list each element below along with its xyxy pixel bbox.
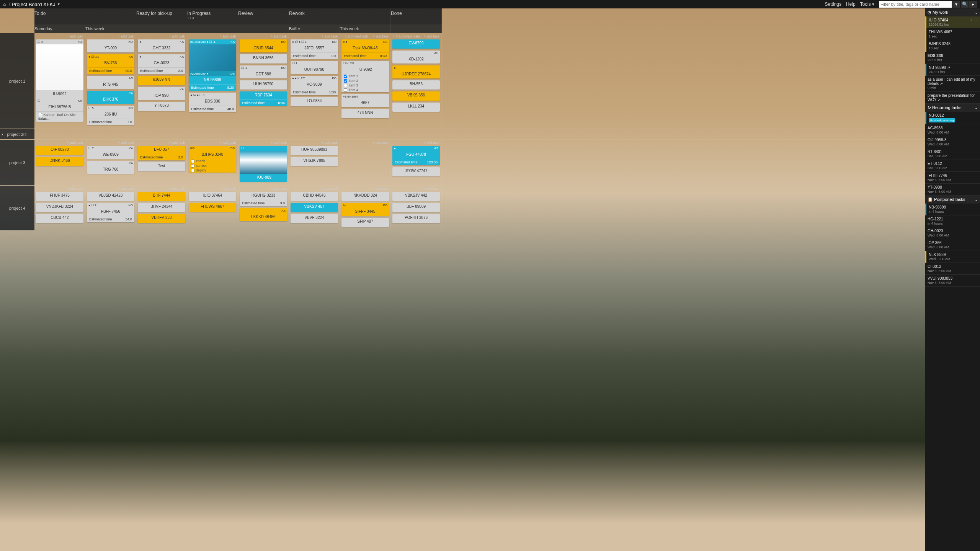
sidebar-item[interactable]: NB-98898 ↗242:21 hrs [925, 64, 980, 76]
card[interactable]: ☐HUU-989 [240, 146, 287, 182]
card[interactable]: BBF 89089 [392, 203, 440, 212]
add-task-button[interactable]: + add task [220, 141, 236, 145]
add-task-button[interactable]: + add task [372, 141, 389, 145]
card[interactable]: ●KAGHE 3332 [138, 39, 185, 52]
sidebar-item[interactable]: NB-98898in 4 hours [925, 204, 980, 215]
sidebar-item[interactable]: prepare the presentation for WCY ↗ [925, 92, 980, 104]
sidebar-item[interactable]: NLK 8889Wed, 6:00 AM [925, 251, 980, 263]
card[interactable]: VNDJKFB 3224 [36, 203, 83, 212]
card[interactable]: BNNN 3656 [240, 54, 287, 64]
card[interactable]: ● 🏷 ● ☐ 1EDS 336Estimated time40.0 [189, 93, 236, 112]
card[interactable]: VHSJK 7895 [291, 157, 338, 166]
add-task-button[interactable]: + add task [271, 141, 287, 145]
card[interactable]: ● 🏷 ● ☐ 1KOJJFOI 3557Estimated time1:0 [291, 39, 338, 59]
card[interactable]: KAIOP 990 [138, 87, 185, 100]
card[interactable]: ☐ ☑ 2/4IU-9092item 1item 2item 3item 4 [341, 61, 389, 92]
swimlane-p3[interactable]: project 3 [0, 140, 34, 185]
card-checklist-item[interactable]: item 1 [341, 74, 389, 78]
sidebar-item[interactable]: ET-0112Sat, 6:00 AM [925, 160, 980, 172]
card[interactable]: ●ASFGU 44878Estimated time120:36 [392, 146, 440, 165]
add-task-button[interactable]: + add task [322, 187, 338, 191]
card[interactable]: POFHH 3876 [392, 214, 440, 223]
card[interactable]: BH-556 [392, 80, 440, 90]
card[interactable]: ASRTS 445 [87, 76, 134, 89]
add-task-button[interactable]: + add task [271, 187, 287, 191]
card[interactable]: LKLL 234 [392, 103, 440, 112]
add-task-button[interactable]: + add task [271, 34, 287, 38]
card-checklist-item[interactable]: correct [189, 163, 236, 168]
sidebar-item[interactable]: AC-8988Wed, 6:00 AM [925, 124, 980, 136]
card[interactable]: JFOW 47747 [392, 167, 440, 176]
filter-dropdown-icon[interactable]: ▾ [952, 1, 960, 8]
search-input[interactable] [879, 1, 952, 8]
add-task-button[interactable]: + add task [423, 141, 439, 145]
sidebar-item[interactable]: IFHHI 7746Nov 6, 6:00 AM [925, 172, 980, 184]
card[interactable]: VBKS 356 [392, 91, 440, 101]
card[interactable]: OIF 80270 [36, 146, 83, 155]
card[interactable]: VBJSD 42423 [87, 192, 134, 201]
card[interactable]: VBHFV 333 [138, 214, 185, 223]
add-task-button[interactable]: + add task [118, 187, 134, 191]
card[interactable]: ●KAGH-0023Estimated time2.0 [138, 54, 185, 74]
settings-link[interactable]: Settings [825, 2, 841, 7]
card[interactable]: VBKSJV 442 [392, 192, 440, 201]
card[interactable]: ● ●DSTask 69-Off-45Estimated time0:30 [341, 39, 389, 59]
title-dropdown-icon[interactable]: ▼ [57, 2, 60, 6]
chevron-down-icon[interactable]: ⌄ [975, 106, 978, 110]
sidebar-toggle-icon[interactable]: ▸ [969, 1, 977, 8]
card[interactable]: #146419674657 [341, 94, 389, 107]
card[interactable]: Test [138, 162, 185, 171]
expand-icon[interactable]: › [2, 132, 3, 137]
card[interactable]: HGUHG 3233Estimated time3.0 [240, 192, 287, 206]
sidebar-section[interactable]: ↻ Recurring tasks⌄ [925, 104, 980, 112]
sidebar-item[interactable]: VVUI 9083053Nov 6, 6:00 AM [925, 275, 980, 287]
card[interactable]: KATRG 768 [87, 161, 134, 174]
card[interactable]: CBHD 44545 [291, 192, 338, 201]
sidebar-item[interactable]: FHUWS 46671 sec [925, 28, 980, 40]
card[interactable]: ☐ 1UUH 98790 [291, 61, 338, 74]
add-task-button[interactable]: + add task [169, 34, 185, 38]
card[interactable]: NKVDDD 324 [341, 192, 389, 201]
card[interactable]: KOYT-009 [87, 39, 134, 52]
card-checklist-item[interactable]: item 2 [341, 78, 389, 83]
swimlane-p1[interactable]: project 1 [0, 33, 34, 129]
add-task-button[interactable]: + add task [220, 34, 236, 38]
sidebar-item[interactable]: IOP 366Wed, 6:00 AM [925, 239, 980, 251]
card[interactable]: KOCBJD 3544 [240, 39, 287, 52]
card[interactable]: 476 NNN [341, 109, 389, 118]
card[interactable]: BHVF 24344 [138, 203, 185, 212]
sidebar-item[interactable]: GH-0023Wed, 6:00 AM [925, 227, 980, 239]
sidebar-section[interactable]: ◔ My work⌄ [925, 8, 980, 16]
card[interactable]: ☐ -1KOGDT 888 [240, 65, 287, 78]
sidebar-item[interactable]: OIJ 9958-3Wed, 6:00 AM [925, 136, 980, 148]
card-checklist-item[interactable]: item 3 [341, 83, 389, 88]
card[interactable]: ● ☐ 7KOFBFF 7456Estimated time34.0 [87, 203, 134, 222]
add-task-button[interactable]: + add task [118, 141, 134, 145]
chevron-down-icon[interactable]: ⌄ [975, 10, 978, 15]
tools-link[interactable]: Tools ▾ [860, 2, 874, 7]
add-task-button[interactable]: + add task [67, 34, 83, 38]
card-checklist-item[interactable]: item 4 [341, 88, 389, 92]
sidebar-item[interactable]: IUIO 37464⏸ ✓12096:51 hrs [925, 16, 980, 28]
card[interactable]: ASXD-1202 [392, 51, 440, 64]
card[interactable]: CBCB 442 [36, 214, 83, 223]
help-link[interactable]: Help [846, 2, 856, 7]
card[interactable]: #13241980 ● ☐ -1KA#20668095 ●DSNB-98898E… [189, 39, 236, 91]
sidebar-item[interactable]: EDS 33622:52 hrs [925, 52, 980, 64]
add-task-button[interactable]: + add task [372, 187, 389, 191]
add-task-button[interactable]: + add task [169, 141, 185, 145]
card[interactable]: YT-8873 [138, 102, 185, 111]
search-icon[interactable]: 🔍 [961, 1, 969, 8]
sidebar-item[interactable]: CI-0012Nov 5, 6:00 AM [925, 263, 980, 275]
archived-link[interactable]: + 1 archived task [342, 34, 368, 38]
board-title[interactable]: Project Board XI-KJ [12, 2, 56, 7]
card[interactable]: SFIP 487 [341, 218, 389, 227]
add-task-button[interactable]: + add task [322, 34, 338, 38]
sidebar-item[interactable]: RT-8801Sat, 6:00 AM [925, 148, 980, 160]
card[interactable]: ☐ 5KO236 IIUEstimated time7.0 [87, 106, 134, 125]
card[interactable]: VBKSV 457 [291, 203, 338, 212]
sidebar-item[interactable]: YT-0900Nov 6, 6:00 AM [925, 184, 980, 196]
home-icon[interactable]: ⌂ [3, 2, 6, 7]
sidebar-item[interactable]: NB-0012finished recurring [925, 112, 980, 124]
card[interactable]: FHUWS 4667 [189, 203, 236, 212]
